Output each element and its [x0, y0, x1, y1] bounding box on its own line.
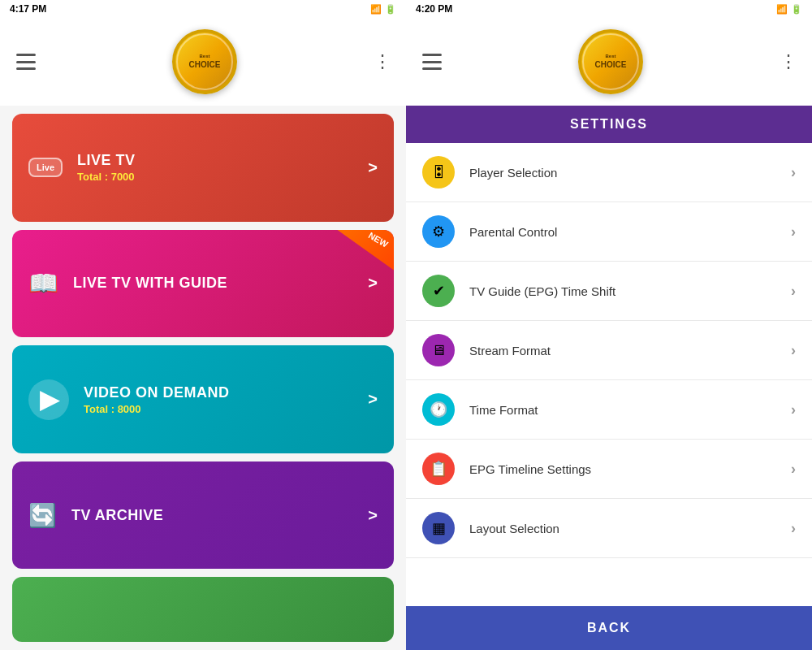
archive-icon: 🔄: [28, 502, 57, 529]
battery-icon: 🔋: [385, 4, 396, 15]
live-tv-icon: Live: [28, 158, 63, 177]
left-panel: Best CHOICE ⋮ Live LIVE TV Total : 7000 …: [0, 0, 406, 650]
left-status-bar: 4:17 PM 📶 🔋: [0, 0, 406, 18]
more-options-button[interactable]: ⋮: [374, 51, 390, 72]
archive-card[interactable]: 🔄 TV ARCHIVE >: [12, 462, 394, 570]
live-guide-arrow: >: [368, 274, 378, 292]
parental-control-icon: ⚙: [422, 215, 455, 248]
epg-time-shift-chevron: ›: [791, 283, 796, 300]
settings-item-epg-time-shift[interactable]: ✔ TV Guide (EPG) Time Shift ›: [406, 262, 812, 321]
stream-format-icon: 🖥: [422, 334, 455, 366]
settings-item-stream-format[interactable]: 🖥 Stream Format ›: [406, 321, 812, 380]
archive-title: TV ARCHIVE: [71, 507, 368, 524]
back-button[interactable]: BACK: [406, 606, 812, 650]
settings-list: 🎛 Player Selection › ⚙ Parental Control …: [406, 143, 812, 606]
settings-title-bar: SETTINGS: [406, 106, 812, 143]
live-guide-card[interactable]: 📖 LIVE TV WITH GUIDE > NEW: [12, 230, 394, 338]
settings-item-layout-selection[interactable]: ▦ Layout Selection ›: [406, 499, 812, 558]
right-hamburger-menu[interactable]: [422, 54, 442, 70]
settings-item-epg-timeline[interactable]: 📋 EPG Timeline Settings ›: [406, 440, 812, 499]
vod-count: 8000: [118, 403, 141, 415]
settings-item-parental-control[interactable]: ⚙ Parental Control ›: [406, 202, 812, 262]
settings-item-player-selection[interactable]: 🎛 Player Selection ›: [406, 143, 812, 202]
live-tv-card[interactable]: Live LIVE TV Total : 7000 >: [12, 114, 394, 222]
settings-item-time-format[interactable]: 🕐 Time Format ›: [406, 380, 812, 440]
vod-title: VIDEO ON DEMAND: [84, 384, 368, 401]
time-format-label: Time Format: [469, 403, 791, 417]
live-tv-count: 7000: [111, 171, 135, 183]
player-selection-chevron: ›: [791, 164, 796, 181]
vod-content: VIDEO ON DEMAND Total : 8000: [84, 384, 368, 415]
epg-time-shift-label: TV Guide (EPG) Time Shift: [469, 284, 791, 298]
epg-time-shift-icon: ✔: [422, 275, 455, 307]
player-selection-label: Player Selection: [469, 166, 791, 180]
live-guide-icon: 📖: [28, 269, 58, 297]
layout-selection-label: Layout Selection: [469, 522, 791, 535]
right-app-logo: Best CHOICE: [578, 29, 643, 94]
layout-selection-chevron: ›: [791, 520, 796, 537]
hamburger-menu[interactable]: [16, 54, 36, 70]
left-time: 4:17 PM: [10, 3, 46, 15]
logo-best: Best: [189, 54, 221, 59]
new-badge: NEW: [337, 230, 394, 271]
live-guide-content: LIVE TV WITH GUIDE: [73, 275, 368, 292]
live-tv-title: LIVE TV: [77, 152, 368, 169]
parental-control-chevron: ›: [791, 223, 796, 240]
epg-timeline-chevron: ›: [791, 461, 796, 478]
vod-card[interactable]: ▶ VIDEO ON DEMAND Total : 8000 >: [12, 345, 394, 453]
live-tv-arrow: >: [368, 158, 378, 177]
right-status-bar: 4:20 PM 📶 🔋: [406, 0, 812, 18]
archive-content: TV ARCHIVE: [71, 507, 368, 524]
menu-container: Live LIVE TV Total : 7000 > 📖 LIVE TV WI…: [0, 106, 406, 650]
right-more-options-button[interactable]: ⋮: [780, 51, 796, 72]
stream-format-label: Stream Format: [469, 344, 791, 358]
player-selection-icon: 🎛: [422, 156, 455, 188]
right-battery-icon: 🔋: [791, 4, 802, 15]
vod-icon: ▶: [28, 379, 69, 420]
epg-timeline-icon: 📋: [422, 453, 455, 485]
time-format-chevron: ›: [791, 401, 796, 418]
live-tv-subtitle: Total : 7000: [77, 171, 368, 183]
time-format-icon: 🕐: [422, 393, 455, 426]
app-logo: Best CHOICE: [172, 29, 237, 94]
epg-timeline-label: EPG Timeline Settings: [469, 462, 791, 476]
live-tv-subtitle-prefix: Total :: [77, 171, 111, 183]
parental-control-label: Parental Control: [469, 225, 791, 239]
right-status-icons: 📶 🔋: [776, 4, 802, 15]
right-panel: Best CHOICE ⋮ SETTINGS 🎛 Player Selectio…: [406, 0, 812, 650]
last-card[interactable]: [12, 577, 394, 642]
new-badge-text: NEW: [367, 230, 390, 249]
live-guide-title: LIVE TV WITH GUIDE: [73, 275, 368, 292]
right-time: 4:20 PM: [416, 3, 452, 15]
logo-choice: CHOICE: [189, 60, 221, 70]
vod-arrow: >: [368, 390, 378, 409]
stream-format-chevron: ›: [791, 342, 796, 359]
right-wifi-icon: 📶: [776, 4, 788, 15]
live-tv-content: LIVE TV Total : 7000: [77, 152, 368, 183]
layout-selection-icon: ▦: [422, 512, 455, 544]
settings-title: SETTINGS: [422, 117, 796, 132]
left-status-icons: 📶 🔋: [370, 4, 396, 15]
vod-subtitle: Total : 8000: [84, 403, 368, 415]
vod-subtitle-prefix: Total :: [84, 403, 118, 415]
wifi-icon: 📶: [370, 4, 382, 15]
archive-arrow: >: [368, 506, 378, 525]
